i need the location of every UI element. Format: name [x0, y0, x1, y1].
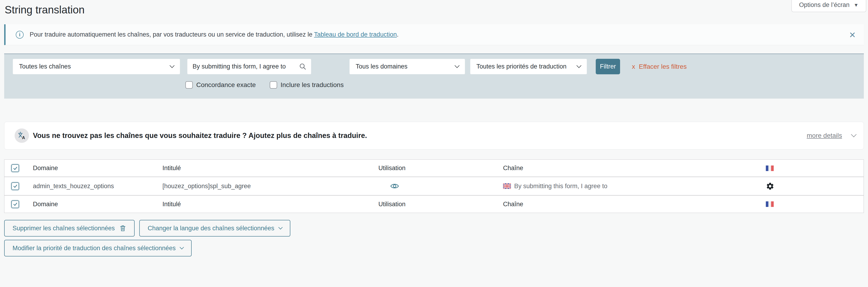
chevron-down-icon	[180, 245, 184, 249]
chevron-down-icon	[169, 63, 175, 68]
change-priority-label: Modifier la priorité de traduction des c…	[12, 245, 176, 252]
notice-text-before: Pour traduire automatiquement les chaîne…	[30, 31, 314, 38]
footer-domain: Domaine	[33, 201, 162, 208]
notice-text-after: .	[397, 31, 399, 38]
promo-message: Vous ne trouvez pas les chaînes que vous…	[33, 132, 367, 140]
svg-text:A: A	[22, 135, 25, 140]
screen-options-label: Options de l’écran	[799, 1, 850, 8]
header-domain: Domaine	[33, 165, 162, 172]
delete-selected-label: Supprimer les chaînes sélectionnées	[12, 225, 115, 232]
trash-icon	[119, 225, 126, 232]
clear-filters-link[interactable]: x Effacer les filtres	[632, 63, 687, 70]
bulk-actions: Supprimer les chaînes sélectionnées Chan…	[4, 220, 864, 256]
translation-notice: i Pour traduire automatiquement les chaî…	[4, 24, 864, 45]
row-checkbox[interactable]	[11, 182, 19, 190]
footer-string: Chaîne	[503, 201, 766, 208]
gear-icon[interactable]	[766, 182, 774, 190]
domains-filter-value: Tous les domaines	[356, 63, 455, 70]
exact-match-label: Concordance exacte	[196, 81, 256, 88]
chevron-down-icon	[278, 225, 282, 229]
header-string: Chaîne	[503, 165, 766, 172]
search-wrapper	[187, 59, 311, 74]
priorities-filter-value: Toutes les priorités de traduction	[476, 63, 577, 70]
table-footer-row: Domaine Intitulé Utilisation Chaîne	[4, 195, 864, 213]
clear-filters-label: Effacer les filtres	[639, 63, 687, 70]
table-row: admin_texts_houzez_options [houzez_optio…	[4, 177, 864, 195]
translate-icon: A	[14, 129, 29, 143]
row-domain: admin_texts_houzez_options	[33, 183, 162, 190]
search-input[interactable]	[187, 59, 311, 74]
page-title: String translation	[0, 0, 868, 17]
english-flag-icon	[503, 183, 511, 189]
more-details-link[interactable]: more details	[807, 132, 842, 139]
filter-panel: Toutes les chaînes Tous les domaines Tou…	[4, 53, 864, 99]
caret-down-icon: ▼	[854, 2, 859, 8]
add-strings-promo: A Vous ne trouvez pas les chaînes que vo…	[4, 122, 864, 149]
strings-table: Domaine Intitulé Utilisation Chaîne admi…	[4, 159, 864, 213]
change-language-button[interactable]: Changer la langue des chaînes sélectionn…	[139, 220, 290, 237]
screen-options-button[interactable]: Options de l’écran ▼	[792, 0, 866, 12]
footer-usage: Utilisation	[378, 201, 503, 208]
footer-name: Intitulé	[162, 201, 378, 208]
filter-row-checkboxes: Concordance exacte Inclure les traductio…	[185, 81, 864, 88]
header-name: Intitulé	[162, 165, 378, 172]
clear-filters-x: x	[632, 63, 635, 70]
french-flag-icon	[766, 166, 774, 171]
strings-filter-value: Toutes les chaînes	[19, 63, 170, 70]
exact-match-checkbox[interactable]	[185, 81, 193, 88]
delete-selected-button[interactable]: Supprimer les chaînes sélectionnées	[4, 220, 135, 237]
translation-dashboard-link[interactable]: Tableau de bord de traduction	[314, 31, 397, 38]
filter-row-main: Toutes les chaînes Tous les domaines Tou…	[4, 59, 864, 74]
eye-icon[interactable]	[390, 181, 399, 191]
info-icon: i	[16, 31, 24, 39]
include-translations-label: Inclure les traductions	[281, 81, 344, 88]
select-all-checkbox-bottom[interactable]	[11, 201, 19, 208]
chevron-down-icon	[577, 63, 581, 68]
domains-filter-select[interactable]: Tous les domaines	[349, 59, 465, 74]
filter-button[interactable]: Filtrer	[596, 59, 620, 74]
table-header-row: Domaine Intitulé Utilisation Chaîne	[4, 160, 864, 177]
header-usage: Utilisation	[378, 165, 503, 172]
select-all-checkbox-top[interactable]	[11, 164, 19, 172]
row-string-value: By submitting this form, I agree to	[514, 183, 607, 190]
change-priority-button[interactable]: Modifier la priorité de traduction des c…	[4, 240, 192, 256]
change-language-label: Changer la langue des chaînes sélectionn…	[148, 225, 274, 232]
search-icon	[299, 63, 307, 71]
strings-filter-select[interactable]: Toutes les chaînes	[13, 59, 180, 74]
close-icon[interactable]: ×	[849, 29, 856, 40]
chevron-down-icon[interactable]	[851, 132, 857, 137]
french-flag-icon	[766, 201, 774, 207]
row-name: [houzez_options]spl_sub_agree	[162, 183, 378, 190]
notice-text: Pour traduire automatiquement les chaîne…	[30, 31, 399, 38]
priorities-filter-select[interactable]: Toutes les priorités de traduction	[470, 59, 587, 74]
include-translations-checkbox[interactable]	[270, 81, 277, 88]
chevron-down-icon	[455, 63, 460, 68]
